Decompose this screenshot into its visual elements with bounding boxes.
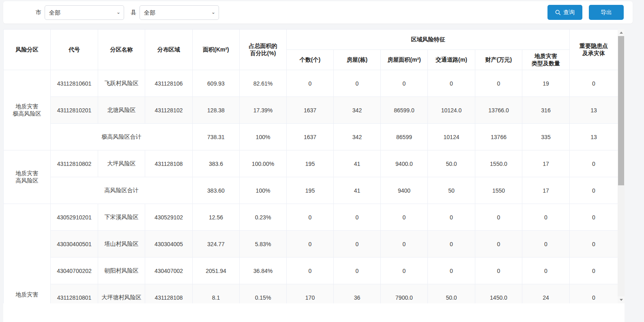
- table-cell: 0: [381, 70, 428, 97]
- table-cell: 86599.0: [381, 97, 428, 124]
- header-area: 面积(Km²): [193, 30, 240, 70]
- table-cell: 0: [570, 204, 618, 231]
- table-cell: 195: [287, 150, 334, 177]
- table-cell: 82.61%: [240, 70, 287, 97]
- table-row: 43112810801大坪塘村风险区4311281088.10.15%17036…: [4, 284, 618, 304]
- table-cell: 383.6: [193, 150, 240, 177]
- table-cell: 43112810801: [51, 284, 98, 304]
- table-cell: 431128106: [145, 70, 193, 97]
- header-zone-name: 分区名称: [98, 30, 145, 70]
- table-cell: 0: [381, 231, 428, 258]
- table-cell: 13766: [475, 124, 522, 150]
- table-cell: 316: [522, 97, 570, 124]
- table-viewport: 风险分区 代号 分区名称 分布区域 面积(Km²) 占总面积的 百分比(%) 区…: [3, 29, 625, 303]
- table-cell: 0: [334, 70, 381, 97]
- table-cell: 朝阳村风险区: [98, 258, 145, 284]
- table-row: 极高风险区合计738.31100%16373428659910124137663…: [4, 124, 618, 150]
- triangle-up-icon: [620, 32, 623, 34]
- table-cell: 10124.0: [428, 97, 475, 124]
- table-cell: 342: [334, 97, 381, 124]
- table-header: 风险分区 代号 分区名称 分布区域 面积(Km²) 占总面积的 百分比(%) 区…: [4, 30, 618, 70]
- table-cell: 1550: [475, 177, 522, 204]
- table-cell: 41: [334, 177, 381, 204]
- risk-group-label: 地质灾害 高风险区: [4, 150, 51, 204]
- table-cell: 1550.0: [475, 150, 522, 177]
- export-button-label: 导出: [601, 9, 612, 16]
- header-property: 财产(万元): [475, 50, 522, 70]
- header-pct: 占总面积的 百分比(%): [240, 30, 287, 70]
- table-row: 43030400501塔山村风险区430304005324.775.83%000…: [4, 231, 618, 258]
- risk-group-label: 地质灾害 极高风险区: [4, 70, 51, 150]
- table-cell: 0: [570, 177, 618, 204]
- scroll-up-button[interactable]: [618, 29, 625, 36]
- table-cell: 0: [428, 70, 475, 97]
- table-cell: 9400.0: [381, 150, 428, 177]
- query-button-label: 查询: [563, 9, 575, 16]
- table-cell: 0: [381, 204, 428, 231]
- table-cell: 17: [522, 150, 570, 177]
- table-cell: 0: [428, 231, 475, 258]
- table-cell: 431128108: [145, 150, 193, 177]
- table-cell: 50.0: [428, 284, 475, 304]
- table-cell: 431128102: [145, 97, 193, 124]
- search-icon: [555, 10, 561, 15]
- table-cell: 43112810601: [51, 70, 98, 97]
- table-cell: 86599: [381, 124, 428, 150]
- table-cell: 0: [475, 70, 522, 97]
- table-cell: 170: [287, 284, 334, 304]
- county-select[interactable]: 全部: [140, 5, 219, 20]
- header-count: 个数(个): [287, 50, 334, 70]
- risk-zone-table: 风险分区 代号 分区名称 分布区域 面积(Km²) 占总面积的 百分比(%) 区…: [3, 29, 618, 303]
- table-cell: 7900.0: [381, 284, 428, 304]
- table-cell: 342: [334, 124, 381, 150]
- table-cell: 2051.94: [193, 258, 240, 284]
- export-button[interactable]: 导出: [589, 5, 624, 20]
- table-cell: 1637: [287, 124, 334, 150]
- header-roads: 交通道路(m): [428, 50, 475, 70]
- table-cell: 383.60: [193, 177, 240, 204]
- city-select-wrap: 全部 ⌄: [45, 5, 124, 20]
- table-cell: 100%: [240, 177, 287, 204]
- table-cell: 19: [522, 70, 570, 97]
- table-cell: 24: [522, 284, 570, 304]
- table-cell: 50.0: [428, 150, 475, 177]
- vertical-scrollbar: [618, 29, 625, 303]
- table-cell: 13: [570, 97, 618, 124]
- table-cell: 36: [334, 284, 381, 304]
- table-cell: 0.15%: [240, 284, 287, 304]
- table-cell: 324.77: [193, 231, 240, 258]
- header-house-area: 房屋面积(m²): [381, 50, 428, 70]
- table-cell: 431128108: [145, 284, 193, 304]
- table-cell: 41: [334, 150, 381, 177]
- table-row: 地质灾害 极高风险区43112810601飞跃村风险区431128106609.…: [4, 70, 618, 97]
- header-feature-group: 区域风险特征: [287, 30, 570, 50]
- scrollbar-thumb[interactable]: [618, 36, 624, 185]
- table-cell: 0: [475, 204, 522, 231]
- table-cell: 大坪风险区: [98, 150, 145, 177]
- table-cell: 100.00%: [240, 150, 287, 177]
- table-cell: 0: [475, 231, 522, 258]
- city-select[interactable]: 全部: [45, 5, 124, 20]
- table-cell: 1450.0: [475, 284, 522, 304]
- risk-table-card: 风险分区 代号 分区名称 分布区域 面积(Km²) 占总面积的 百分比(%) 区…: [3, 29, 625, 322]
- table-cell: 36.84%: [240, 258, 287, 284]
- table-cell: 下宋溪风险区: [98, 204, 145, 231]
- table-cell: 0: [475, 258, 522, 284]
- table-cell: 43030400501: [51, 231, 98, 258]
- table-cell: 0: [428, 258, 475, 284]
- city-label: 市: [36, 9, 41, 16]
- table-cell: 430529102: [145, 204, 193, 231]
- table-cell: 0: [334, 258, 381, 284]
- table-cell: 0: [334, 204, 381, 231]
- table-cell: 0.23%: [240, 204, 287, 231]
- table-row: 43040700202朝阳村风险区4304070022051.9436.84%0…: [4, 258, 618, 284]
- table-cell: 17.39%: [240, 97, 287, 124]
- county-label: 县: [131, 9, 136, 16]
- scroll-down-button[interactable]: [618, 296, 625, 303]
- table-row: 地质灾害 高风险区43112810802大坪风险区431128108383.61…: [4, 150, 618, 177]
- table-cell: 43052910201: [51, 204, 98, 231]
- table-cell: 0: [381, 258, 428, 284]
- table-cell: 43112810802: [51, 150, 98, 177]
- table-cell: 0: [522, 231, 570, 258]
- query-button[interactable]: 查询: [547, 5, 582, 20]
